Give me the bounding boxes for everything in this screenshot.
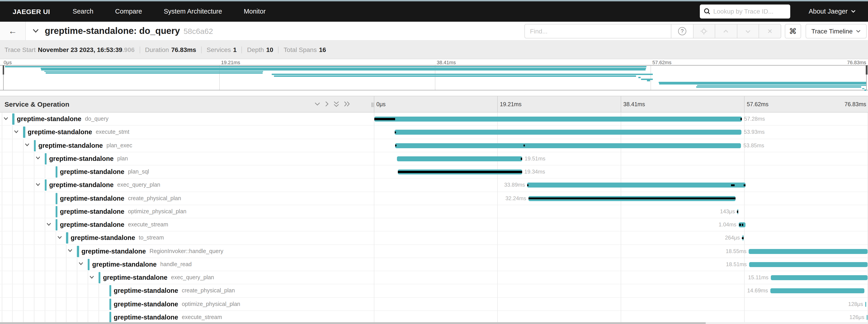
service-color-bar [55,219,57,230]
span-service-name: greptime-standaloneexecute_stmt [28,126,129,139]
span-service-name: greptime-standaloneexec_query_plan [49,179,160,192]
indent-guide [12,152,13,165]
span-collapse-chevron-icon[interactable] [35,156,41,160]
critical-path-segment [374,118,395,120]
span-row-optimize_physical_plan[interactable]: greptime-standaloneoptimize_physical_pla… [0,205,868,219]
column-resizer-handle[interactable] [372,102,375,107]
span-row-do_query[interactable]: greptime-standalonedo_query57.28ms [0,112,868,126]
span-duration-bar[interactable] [395,130,742,135]
indent-guide [44,258,45,271]
span-row-plan_exec[interactable]: greptime-standaloneplan_exec53.85ms [0,139,868,152]
service-color-bar [44,180,46,191]
keyboard-shortcuts-button[interactable]: ⌘ [784,24,801,38]
span-operation-name: do_query [85,116,108,122]
app-brand: JAEGER UI [13,8,50,15]
span-row-to_stream[interactable]: greptime-standaloneto_stream264μs [0,232,868,245]
nav-item-monitor[interactable]: Monitor [233,8,276,15]
minimap-span-bar [272,74,653,75]
trace-minimap[interactable] [0,65,868,90]
critical-path-segment [737,210,739,213]
collapse-all-icon[interactable] [314,102,320,106]
minimap-span-bar [274,75,636,77]
span-duration-bar[interactable] [749,249,868,254]
span-row-plan[interactable]: greptime-standaloneplan19.51ms [0,152,868,166]
span-collapse-chevron-icon[interactable] [35,183,41,187]
span-duration-bar[interactable] [397,156,522,161]
span-duration-label: 14.69ms [747,285,768,297]
span-duration-label: 57.28ms [744,112,765,125]
span-collapse-chevron-icon[interactable] [3,116,8,121]
span-operation-name: handle_read [160,261,192,267]
crosshair-icon [701,28,708,35]
service-color-bar [98,272,100,283]
span-duration-bar[interactable] [867,315,868,320]
indent-guide [2,139,2,152]
span-collapse-chevron-icon[interactable] [78,262,84,266]
span-operation-name: RegionInvoker::handle_query [149,248,223,254]
span-duration-bar[interactable] [395,143,741,148]
find-prev-button[interactable] [715,24,737,38]
span-duration-bar[interactable] [865,302,866,306]
span-operation-name: plan [117,156,128,162]
find-help-button[interactable]: ? [671,24,693,38]
minimap-right-handle[interactable] [866,66,867,74]
trace-collapse-toggle[interactable] [32,29,39,33]
span-duration-bar[interactable] [374,117,742,122]
indent-guide [23,258,24,271]
trace-lookup-box[interactable] [700,4,790,19]
find-locate-button[interactable] [693,24,715,38]
span-row-RegionInvoker::handle_query[interactable]: greptime-standaloneRegionInvoker::handle… [0,245,868,258]
span-service-name: greptime-standalonedo_query [17,112,108,125]
span-operation-name: execute_stream [182,314,222,320]
span-operation-name: plan_sql [128,168,149,175]
span-duration-bar[interactable] [527,183,745,188]
span-service-name: greptime-standaloneto_stream [71,232,164,245]
trace-lookup-input[interactable] [713,8,786,15]
span-row-create_physical_plan[interactable]: greptime-standalonecreate_physical_plan1… [0,285,868,298]
horizontal-scrollbar[interactable] [0,322,868,324]
minimap-left-handle[interactable] [2,66,4,74]
nav-item-system-architecture[interactable]: System Architecture [153,8,233,15]
span-duration-bar[interactable] [771,275,868,280]
service-color-bar [66,232,68,244]
span-row-handle_read[interactable]: greptime-standalonehandle_read18.51ms [0,258,868,271]
find-next-button[interactable] [737,24,759,38]
find-input[interactable] [524,24,671,38]
minimap-span-bar [864,90,866,91]
span-row-create_physical_plan[interactable]: greptime-standalonecreate_physical_plan3… [0,192,868,205]
span-collapse-chevron-icon[interactable] [68,249,73,253]
span-duration-label: 1.04ms [719,218,737,231]
span-duration-bar[interactable] [749,262,868,267]
span-row-plan_sql[interactable]: greptime-standaloneplan_sql19.34ms [0,165,868,179]
span-row-execute_stream[interactable]: greptime-standaloneexecute_stream1.04ms [0,218,868,232]
span-row-optimize_physical_plan[interactable]: greptime-standaloneoptimize_physical_pla… [0,298,868,311]
span-duration-bar[interactable] [770,289,865,293]
span-collapse-chevron-icon[interactable] [14,130,19,134]
about-jaeger-menu[interactable]: About Jaeger [809,8,856,15]
expand-collapse-controls [314,96,354,112]
span-row-exec_query_plan[interactable]: greptime-standaloneexec_query_plan33.89m… [0,179,868,192]
nav-item-search[interactable]: Search [62,8,104,15]
span-row-exec_query_plan[interactable]: greptime-standaloneexec_query_plan15.11m… [0,271,868,285]
indent-guide [23,298,24,311]
nav-item-compare[interactable]: Compare [104,8,153,15]
total-spans-value: 16 [319,46,326,53]
critical-path-segment [742,224,743,226]
trace-view-selector[interactable]: Trace Timeline [805,24,867,38]
span-collapse-chevron-icon[interactable] [89,275,94,279]
indent-guide [2,271,2,284]
span-collapse-chevron-icon[interactable] [57,235,62,239]
expand-all-double-icon[interactable] [344,101,350,107]
expand-one-icon[interactable] [324,101,329,107]
scrollbar-thumb[interactable] [0,322,706,324]
indent-guide [34,205,34,218]
find-clear-button[interactable]: ✕ [759,24,781,38]
back-button[interactable]: ← [0,22,26,40]
header-tick [621,96,621,112]
span-row-execute_stmt[interactable]: greptime-standaloneexecute_stmt53.93ms [0,126,868,139]
span-collapse-chevron-icon[interactable] [24,143,30,147]
collapse-all-double-icon[interactable] [333,101,340,107]
indent-guide [77,285,77,297]
span-collapse-chevron-icon[interactable] [46,222,51,226]
service-color-bar [109,298,111,310]
